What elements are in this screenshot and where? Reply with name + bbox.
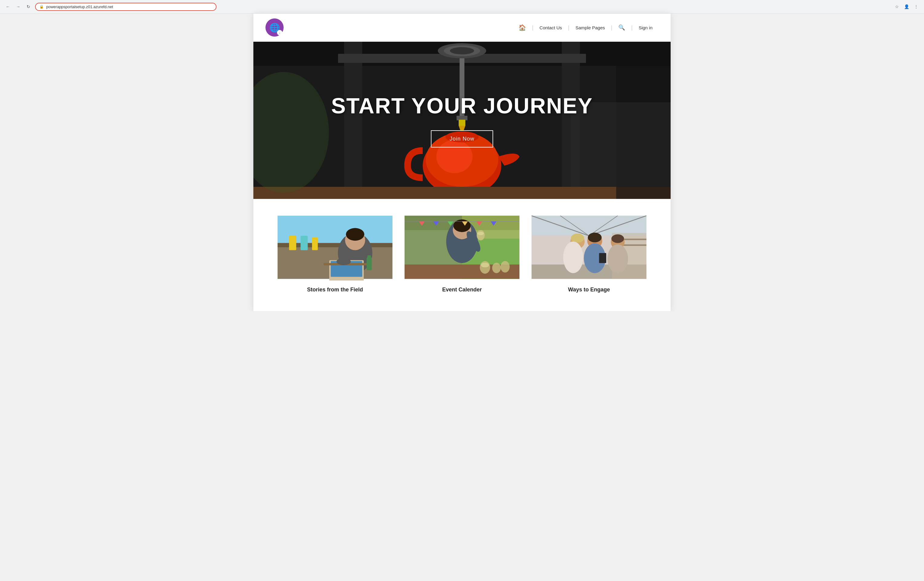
lock-icon: 🔒 xyxy=(39,5,44,9)
site-header: 🌐 ↓ 🏠 | Contact Us | Sample Pages | 🔍 | … xyxy=(253,13,671,42)
star-icon: ☆ xyxy=(895,4,899,9)
card-events[interactable]: Event Calender xyxy=(404,214,520,293)
svg-rect-25 xyxy=(289,236,296,250)
hero-title: START YOUR JOURNEY xyxy=(331,93,592,118)
logo-circle[interactable]: 🌐 ↓ xyxy=(266,18,284,36)
cards-grid: Stories from the Field xyxy=(277,214,647,293)
svg-rect-27 xyxy=(312,237,318,250)
forward-icon: → xyxy=(16,4,20,9)
svg-rect-35 xyxy=(367,256,371,259)
browser-controls: ← → ↻ xyxy=(3,2,33,11)
bookmark-button[interactable]: ☆ xyxy=(893,2,901,11)
svg-point-36 xyxy=(337,258,351,265)
svg-rect-26 xyxy=(300,236,308,250)
card-img-engage xyxy=(531,214,647,281)
site-nav: 🏠 | Contact Us | Sample Pages | 🔍 | Sign… xyxy=(513,24,658,31)
website-container: 🌐 ↓ 🏠 | Contact Us | Sample Pages | 🔍 | … xyxy=(253,13,671,311)
svg-point-77 xyxy=(611,234,624,243)
nav-signin-link[interactable]: Sign in xyxy=(632,25,658,30)
url-input[interactable] xyxy=(46,5,212,9)
card-img-events xyxy=(404,214,520,281)
svg-point-74 xyxy=(588,233,602,243)
back-icon: ← xyxy=(6,4,10,9)
browser-chrome: ← → ↻ 🔒 ☆ 👤 ⋮ xyxy=(0,0,924,13)
card-label-stories: Stories from the Field xyxy=(307,287,363,293)
refresh-icon: ↻ xyxy=(26,4,30,9)
card-svg-events xyxy=(404,214,520,281)
svg-rect-34 xyxy=(367,257,372,270)
join-now-button[interactable]: Join Now xyxy=(431,130,493,147)
svg-point-72 xyxy=(563,241,584,273)
nav-contact-link[interactable]: Contact Us xyxy=(533,25,568,30)
forward-button[interactable]: → xyxy=(14,2,22,11)
svg-point-52 xyxy=(477,232,484,235)
refresh-button[interactable]: ↻ xyxy=(24,2,33,11)
cards-section: Stories from the Field xyxy=(253,199,671,311)
nav-search-icon[interactable]: 🔍 xyxy=(612,24,631,31)
svg-point-45 xyxy=(492,263,501,273)
svg-rect-18 xyxy=(253,187,671,199)
card-img-stories xyxy=(277,214,393,281)
back-button[interactable]: ← xyxy=(3,2,12,11)
more-button[interactable]: ⋮ xyxy=(912,2,921,11)
svg-rect-79 xyxy=(599,253,606,263)
svg-point-44 xyxy=(481,263,489,267)
card-engage[interactable]: Ways to Engage xyxy=(531,214,647,293)
site-logo[interactable]: 🌐 ↓ xyxy=(266,18,284,36)
nav-home-link[interactable]: 🏠 xyxy=(513,24,532,31)
svg-point-46 xyxy=(500,261,510,273)
svg-point-71 xyxy=(571,233,584,243)
browser-actions: ☆ 👤 ⋮ xyxy=(893,2,921,11)
profile-button[interactable]: 👤 xyxy=(902,2,911,11)
hero-content: START YOUR JOURNEY Join Now xyxy=(331,93,592,147)
svg-point-30 xyxy=(346,228,364,241)
nav-sample-link[interactable]: Sample Pages xyxy=(569,25,611,30)
card-label-events: Event Calender xyxy=(442,287,482,293)
card-svg-engage xyxy=(531,214,647,281)
card-svg-stories xyxy=(277,214,393,281)
menu-icon: ⋮ xyxy=(914,4,918,9)
svg-point-7 xyxy=(450,47,474,54)
card-label-engage: Ways to Engage xyxy=(568,287,610,293)
card-stories[interactable]: Stories from the Field xyxy=(277,214,393,293)
person-icon: 👤 xyxy=(904,4,909,9)
svg-point-78 xyxy=(607,244,628,273)
logo-badge: ↓ xyxy=(277,30,282,35)
address-bar[interactable]: 🔒 xyxy=(35,3,216,11)
hero-section: START YOUR JOURNEY Join Now xyxy=(253,42,671,199)
svg-rect-61 xyxy=(531,216,647,236)
